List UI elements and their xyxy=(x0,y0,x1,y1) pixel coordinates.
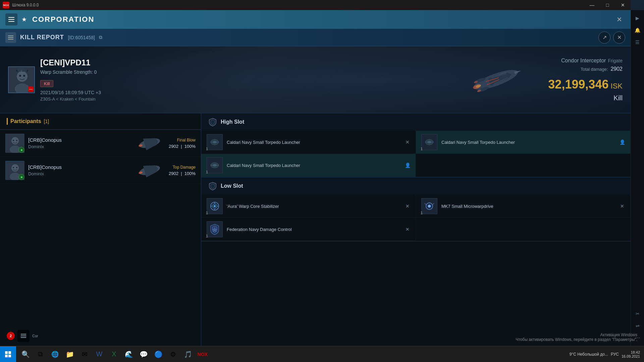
taskbar-edge[interactable]: 🌐 xyxy=(48,348,62,361)
low-slot-items: 1 'Aura' Warp Core Stabilizer ✕ xyxy=(201,195,631,241)
participant-info-2: [CRB]Conopus Dominix xyxy=(28,164,130,176)
high-slot-close-1[interactable]: ✕ xyxy=(405,139,410,145)
taskbar-time: 18:42 xyxy=(622,350,640,354)
stat-percent-1: 100% xyxy=(184,144,196,149)
stat-percent-2: 100% xyxy=(184,171,196,176)
taskbar-excel[interactable]: X xyxy=(107,348,121,361)
hero-player-name: [CENI]VPD11 xyxy=(40,58,449,67)
high-slot-item-icon-1 xyxy=(207,134,223,150)
sidebar-chat-btn[interactable]: ✂ xyxy=(632,308,643,319)
minimize-button[interactable]: — xyxy=(584,0,600,10)
high-slot-item-1[interactable]: 1 Caldari Navy Small Torpedo Launcher ✕ xyxy=(201,131,416,154)
taskbar-edge2[interactable]: 🌊 xyxy=(122,348,136,361)
taskbar-chrome[interactable]: 🔵 xyxy=(152,348,165,361)
sidebar-menu-btn[interactable]: ☰ xyxy=(632,37,643,48)
svg-point-3 xyxy=(19,75,21,77)
maximize-button[interactable]: □ xyxy=(600,0,615,10)
window-titlebar: NOX Шлюха 9.0.0.0 xyxy=(0,0,631,10)
stat-damage-1: 2902 xyxy=(169,144,178,149)
kr-title: KILL REPORT xyxy=(20,34,64,41)
svg-point-58 xyxy=(214,205,216,207)
sidebar-arrow-btn[interactable]: ⇌ xyxy=(632,320,643,331)
sidebar-play-btn[interactable]: ▶ xyxy=(632,13,643,23)
svg-rect-69 xyxy=(8,351,11,354)
taskbar-mail[interactable]: ✉ xyxy=(78,348,91,361)
low-slot-close-3[interactable]: ✕ xyxy=(405,227,410,232)
bottom-widget: 2 Cor xyxy=(7,330,38,342)
participant-name-2: [CRB]Conopus xyxy=(28,164,130,170)
participants-panel: Participants [1] xyxy=(0,113,201,346)
kill-report-panel: KILL REPORT [ID:6051458] ⧉ ↗ ✕ xyxy=(0,29,631,346)
stat-values-1: 2902 | 100% xyxy=(169,144,196,149)
high-slot-title: High Slot xyxy=(221,119,244,125)
corp-close-label: ✕ xyxy=(616,15,622,23)
taskbar-date: 16.09.2021 xyxy=(622,354,640,358)
windows-notice-body: Чтобы активировать Windows, перейдите в … xyxy=(516,337,637,342)
app-title: Шлюха 9.0.0.0 xyxy=(12,3,39,7)
taskbar-music[interactable]: 🎵 xyxy=(181,348,195,361)
participant-ship-img-2 xyxy=(135,162,165,179)
taskbar-clock: 18:42 16.09.2021 xyxy=(622,350,640,358)
taskbar-explorer[interactable]: 📁 xyxy=(63,348,76,361)
app-icon: NOX xyxy=(3,2,9,8)
kr-close-button[interactable]: ✕ xyxy=(613,32,625,44)
sidebar-bell-btn[interactable]: 🔔 xyxy=(632,25,643,36)
low-slot-section: Low Slot xyxy=(201,177,631,241)
high-slot-item-2[interactable]: 1 Caldari Navy Small Torpedo Launcher 👤 xyxy=(416,131,631,154)
stat-damage-2: 2902 xyxy=(169,171,178,176)
widget-menu-button[interactable] xyxy=(17,330,30,342)
high-slot-count-2: 1 xyxy=(421,147,423,151)
low-slot-item-icon-1 xyxy=(207,198,223,214)
taskbar-icons: 🔍 ⧉ 🌐 📁 ✉ W X 🌊 💬 🔵 ⚙ 🎵 NOX xyxy=(16,348,566,361)
start-button[interactable] xyxy=(0,346,16,362)
taskbar-discord[interactable]: 💬 xyxy=(137,348,150,361)
taskbar-taskview[interactable]: ⧉ xyxy=(34,348,47,361)
high-slot-items: 1 Caldari Navy Small Torpedo Launcher ✕ xyxy=(201,131,631,177)
taskbar-game[interactable]: NOX xyxy=(196,348,209,361)
kill-report-header: KILL REPORT [ID:6051458] ⧉ ↗ ✕ xyxy=(0,29,631,46)
svg-point-65 xyxy=(428,205,431,207)
taskbar-settings[interactable]: ⚙ xyxy=(166,348,180,361)
participant-ship-1: Dominix xyxy=(28,144,130,149)
kr-actions: ↗ ✕ xyxy=(598,32,625,44)
section-bar xyxy=(7,118,8,125)
low-slot-item-3[interactable]: 1 Federation Navy Damage Control ✕ xyxy=(201,218,416,241)
low-slot-item-1[interactable]: 1 'Aura' Warp Core Stabilizer ✕ xyxy=(201,195,416,218)
svg-point-24 xyxy=(11,137,19,144)
participant-info-1: [CRB]Conopus Dominix xyxy=(28,137,130,149)
high-slot-item-icon-3 xyxy=(207,157,223,173)
corp-close-button[interactable]: ✕ xyxy=(613,13,625,25)
low-slot-name-2: MK7 Small Microwarpdrive xyxy=(441,204,615,209)
close-button[interactable]: ✕ xyxy=(615,0,631,10)
participant-item[interactable]: ★ [CRB]Conopus Dominix xyxy=(0,130,201,157)
high-slot-item-3[interactable]: 1 Caldari Navy Small Torpedo Launcher 👤 xyxy=(201,154,416,177)
svg-point-36 xyxy=(13,167,14,168)
taskbar-right: 9°C Небольшой до... РУС 18:42 16.09.2021 xyxy=(566,350,644,358)
high-slot-name-3: Caldari Navy Small Torpedo Launcher xyxy=(227,163,401,168)
svg-marker-31 xyxy=(143,136,159,150)
participants-header: Participants [1] xyxy=(0,113,201,130)
widget-badge: 2 xyxy=(7,332,15,340)
widget-text: Cor xyxy=(32,334,38,338)
hero-location: Z30S-A < Kraken < Fountain xyxy=(40,97,449,102)
hero-damage-value: 2902 xyxy=(610,66,623,72)
participant-item-2[interactable]: ★ [CRB]Conopus Dominix xyxy=(0,157,201,184)
participant-stats-1: Final Blow 2902 | 100% xyxy=(169,138,196,149)
kr-menu-button[interactable] xyxy=(5,32,16,43)
participant-stats-2: Top Damage 2902 | 100% xyxy=(169,165,196,176)
corp-star-icon: ★ xyxy=(21,16,27,23)
windows-notice-title: Активация Windows xyxy=(516,333,637,337)
taskbar-search[interactable]: 🔍 xyxy=(19,348,32,361)
taskbar-word[interactable]: W xyxy=(93,348,106,361)
kr-copy-icon[interactable]: ⧉ xyxy=(99,35,102,40)
corp-menu-button[interactable] xyxy=(5,13,17,25)
kr-export-button[interactable]: ↗ xyxy=(598,32,610,44)
hero-player-info: [CENI]VPD11 Warp Scramble Strength: 0 Ki… xyxy=(40,58,449,102)
svg-point-26 xyxy=(13,140,14,141)
low-slot-item-2[interactable]: 1 MK7 Small Microwarpdrive ✕ xyxy=(416,195,631,218)
low-slot-count-1: 1 xyxy=(206,211,208,215)
low-slot-close-2[interactable]: ✕ xyxy=(620,203,625,209)
high-slot-item-icon-2 xyxy=(421,134,437,150)
low-slot-close-1[interactable]: ✕ xyxy=(405,203,410,209)
low-slot-title: Low Slot xyxy=(221,183,243,189)
